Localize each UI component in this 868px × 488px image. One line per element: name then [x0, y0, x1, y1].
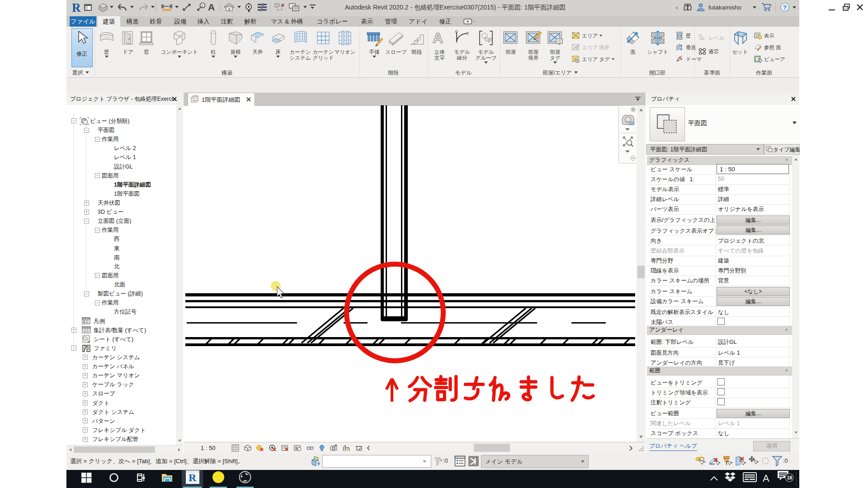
svg-text:9: 9	[295, 446, 297, 450]
svg-text:1: 1	[201, 4, 203, 8]
svg-text:?: ?	[783, 4, 787, 11]
svg-text:R: R	[189, 472, 197, 483]
svg-text:18: 18	[787, 475, 793, 480]
svg-text:2D: 2D	[628, 121, 635, 126]
svg-text:A: A	[433, 30, 443, 46]
svg-text:R: R	[72, 2, 81, 14]
